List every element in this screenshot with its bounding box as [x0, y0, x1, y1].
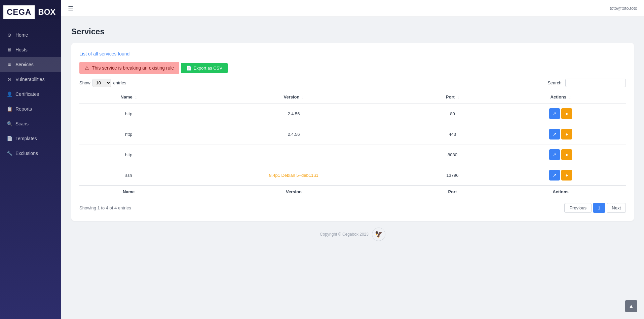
- cell-version: [178, 145, 410, 165]
- cell-port: 8080: [410, 145, 495, 165]
- footer-col-version: Version: [178, 186, 410, 198]
- warning-icon: ⚠: [85, 65, 89, 71]
- scans-icon: 🔍: [7, 121, 12, 126]
- col-version: Version ↕: [178, 91, 410, 103]
- sidebar: CEGA BOX ⊙ Home 🖥 Hosts ≡ Services ⊙ Vul…: [0, 0, 61, 319]
- external-link-button[interactable]: ↗: [549, 129, 560, 139]
- cell-port: 443: [410, 124, 495, 145]
- sidebar-nav: ⊙ Home 🖥 Hosts ≡ Services ⊙ Vulnerabilit…: [0, 24, 61, 319]
- external-link-button[interactable]: ↗: [549, 149, 560, 160]
- footer-col-name: Name: [79, 186, 178, 198]
- show-label: Show: [79, 80, 90, 85]
- showing-text: Showing 1 to 4 of 4 entries: [79, 205, 131, 210]
- cell-port: 80: [410, 103, 495, 124]
- footer-col-port: Port: [410, 186, 495, 198]
- home-icon: ⊙: [7, 32, 12, 38]
- hosts-icon: 🖥: [7, 47, 12, 52]
- sidebar-item-label: Home: [15, 32, 28, 38]
- table-row: ssh8.4p1 Debian 5+deb11u113796↗●: [79, 165, 626, 186]
- sidebar-item-label: Hosts: [15, 47, 28, 52]
- sidebar-logo: CEGA BOX: [0, 0, 61, 24]
- table-controls: Show 10 25 50 100 entries Search:: [79, 79, 626, 87]
- cell-name: ssh: [79, 165, 178, 186]
- cell-version: 2.4.56: [178, 103, 410, 124]
- version-sort-icon[interactable]: ↕: [302, 95, 304, 99]
- cell-version: 8.4p1 Debian 5+deb11u1: [178, 165, 410, 186]
- pagination-buttons: Previous 1 Next: [564, 203, 626, 213]
- logo-cega: CEGA: [3, 5, 35, 19]
- sidebar-item-label: Exclusions: [15, 151, 38, 156]
- col-name: Name ↕: [79, 91, 178, 103]
- exclusions-icon: 🔧: [7, 151, 12, 156]
- cell-actions: ↗●: [495, 124, 626, 145]
- entries-select[interactable]: 10 25 50 100: [92, 79, 111, 87]
- sidebar-item-label: Templates: [15, 136, 37, 141]
- alert-banner: ⚠ This service is breaking an existing r…: [79, 62, 179, 74]
- cell-actions: ↗●: [495, 165, 626, 186]
- previous-button[interactable]: Previous: [564, 203, 592, 213]
- services-table: Name ↕ Version ↕ Port ↕ Actions: [79, 91, 626, 198]
- sidebar-item-label: Services: [15, 62, 34, 67]
- detail-button[interactable]: ●: [561, 170, 572, 181]
- table-header-row: Name ↕ Version ↕ Port ↕ Actions: [79, 91, 626, 103]
- sidebar-item-scans[interactable]: 🔍 Scans: [0, 116, 61, 131]
- detail-button[interactable]: ●: [561, 108, 572, 119]
- table-row: http8080↗●: [79, 145, 626, 165]
- header-left: ☰: [68, 5, 73, 12]
- sidebar-item-reports[interactable]: 📋 Reports: [0, 102, 61, 116]
- page-title: Services: [71, 27, 634, 36]
- card-header: List of all services found: [79, 51, 626, 56]
- next-button[interactable]: Next: [607, 203, 626, 213]
- sidebar-item-vulnerabilities[interactable]: ⊙ Vulnerabilities: [0, 72, 61, 87]
- cell-port: 13796: [410, 165, 495, 186]
- table-row: http2.4.5680↗●: [79, 103, 626, 124]
- alert-text: This service is breaking an existing rul…: [92, 65, 174, 71]
- cell-name: http: [79, 145, 178, 165]
- scroll-top-button[interactable]: ▲: [625, 300, 637, 312]
- cell-name: http: [79, 103, 178, 124]
- sidebar-item-services[interactable]: ≡ Services: [0, 57, 61, 72]
- header: ☰ toto@toto.toto: [61, 0, 644, 17]
- content-area: Services List of all services found ⚠ Th…: [61, 17, 644, 319]
- external-link-button[interactable]: ↗: [549, 170, 560, 181]
- export-label: Export as CSV: [194, 66, 222, 71]
- col-port: Port ↕: [410, 91, 495, 103]
- services-icon: ≡: [7, 62, 12, 67]
- main-area: ☰ toto@toto.toto Services List of all se…: [61, 0, 644, 319]
- sidebar-item-exclusions[interactable]: 🔧 Exclusions: [0, 146, 61, 161]
- sidebar-item-label: Certificates: [15, 91, 39, 97]
- cell-name: http: [79, 124, 178, 145]
- name-sort-icon[interactable]: ↕: [135, 95, 137, 99]
- table-footer-row: Name Version Port Actions: [79, 186, 626, 198]
- external-link-button[interactable]: ↗: [549, 108, 560, 119]
- sidebar-item-certificates[interactable]: 👤 Certificates: [0, 87, 61, 102]
- sidebar-item-hosts[interactable]: 🖥 Hosts: [0, 42, 61, 57]
- copyright-text: Copyright © Cegabox 2023: [320, 232, 369, 237]
- export-csv-button[interactable]: 📄 Export as CSV: [181, 63, 228, 73]
- footer-col-actions: Actions: [495, 186, 626, 198]
- actions-sort-icon[interactable]: ↕: [569, 95, 571, 99]
- port-sort-icon[interactable]: ↕: [457, 95, 459, 99]
- sidebar-item-label: Scans: [15, 121, 29, 126]
- cell-actions: ↗●: [495, 103, 626, 124]
- detail-button[interactable]: ●: [561, 129, 572, 139]
- certificates-icon: 👤: [7, 91, 12, 97]
- header-right: toto@toto.toto: [606, 5, 637, 12]
- cell-version: 2.4.56: [178, 124, 410, 145]
- services-card: List of all services found ⚠ This servic…: [71, 43, 634, 221]
- search-label: Search:: [547, 80, 563, 85]
- detail-button[interactable]: ●: [561, 149, 572, 160]
- pagination-area: Showing 1 to 4 of 4 entries Previous 1 N…: [79, 203, 626, 213]
- reports-icon: 📋: [7, 106, 12, 112]
- table-row: http2.4.56443↗●: [79, 124, 626, 145]
- logo-box: BOX: [35, 5, 59, 19]
- col-actions: Actions ↕: [495, 91, 626, 103]
- sidebar-item-templates[interactable]: 📄 Templates: [0, 131, 61, 146]
- entries-label: entries: [113, 80, 126, 85]
- page-1-button[interactable]: 1: [593, 203, 605, 213]
- export-icon: 📄: [186, 66, 192, 71]
- sidebar-item-label: Vulnerabilities: [15, 77, 45, 82]
- search-input[interactable]: [565, 79, 626, 87]
- sidebar-item-home[interactable]: ⊙ Home: [0, 28, 61, 42]
- hamburger-icon[interactable]: ☰: [68, 5, 73, 12]
